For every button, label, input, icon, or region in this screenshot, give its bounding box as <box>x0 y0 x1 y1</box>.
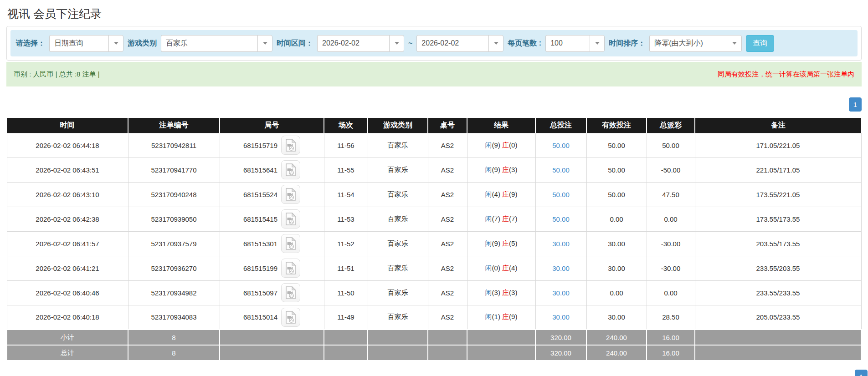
cell-session: 11-52 <box>324 231 368 256</box>
total-bet-link[interactable]: 30.00 <box>552 313 570 321</box>
cell-note: 221.05/171.05 <box>695 158 861 182</box>
bet-records-table: 时间 注单编号 局号 场次 游戏类别 桌号 结果 总投注 有效投注 总派彩 备注… <box>6 118 862 361</box>
filter-panel: 请选择： 日期查询 游戏类别 百家乐 时间区间： 2026-02-02 ~ 20… <box>6 26 862 61</box>
video-replay-button[interactable] <box>281 185 300 204</box>
date-from-dropdown-button[interactable] <box>389 35 404 52</box>
result-player-label: 闲 <box>485 215 492 223</box>
query-type-select[interactable]: 日期查询 <box>49 35 123 52</box>
game-type-select[interactable]: 百家乐 <box>161 35 272 52</box>
video-file-icon <box>285 311 296 324</box>
table-row: 2026-02-02 06:42:38 523170939050 6815154… <box>7 207 861 231</box>
cell-table-no: AS2 <box>428 256 467 280</box>
cell-bet-id: 523170940248 <box>128 182 220 207</box>
total-bet-link[interactable]: 30.00 <box>552 289 570 297</box>
page-size-select[interactable]: 100 <box>545 35 605 52</box>
result-banker-score: (9) <box>509 190 517 198</box>
chevron-down-icon <box>263 42 267 45</box>
header-game-type: 游戏类别 <box>368 118 428 133</box>
cell-bet-id: 523170934083 <box>128 305 220 330</box>
total-bet-link[interactable]: 30.00 <box>552 240 570 248</box>
cell-game-type: 百家乐 <box>368 305 428 330</box>
page-1-button-bottom[interactable]: 1 <box>855 370 868 376</box>
cell-session: 11-54 <box>324 182 368 207</box>
total-bet-link[interactable]: 50.00 <box>552 215 570 223</box>
cell-payout: 47.50 <box>647 182 695 207</box>
page-1-button[interactable]: 1 <box>849 97 862 112</box>
round-id-text: 681515524 <box>243 191 277 198</box>
cell-note: 233.55/203.55 <box>695 256 861 280</box>
summary-note-text: 同局有效投注，统一计算在该局第一张注单内 <box>718 70 854 79</box>
summary-bar: 币别 : 人民币 | 总共 :8 注单 | 同局有效投注，统一计算在该局第一张注… <box>6 62 862 86</box>
game-type-dropdown-button[interactable] <box>257 35 272 52</box>
date-from-value[interactable]: 2026-02-02 <box>317 35 389 52</box>
cell-payout: -30.00 <box>647 256 695 280</box>
query-type-dropdown-button[interactable] <box>108 35 123 52</box>
round-id-text: 681515415 <box>243 215 277 223</box>
result-player-label: 闲 <box>485 289 492 296</box>
sort-dropdown-button[interactable] <box>727 35 742 52</box>
date-to-dropdown-button[interactable] <box>488 35 503 52</box>
cell-payout: -30.00 <box>647 231 695 256</box>
result-banker-label: 庄 <box>502 239 509 247</box>
table-body: 2026-02-02 06:44:18 523170942811 6815157… <box>7 133 861 330</box>
video-replay-button[interactable] <box>281 259 300 278</box>
cell-round-id: 681515415 <box>220 207 324 231</box>
cell-bet-id: 523170939050 <box>128 207 220 231</box>
date-range-label: 时间区间： <box>277 39 313 48</box>
cell-note: 203.55/173.55 <box>695 231 861 256</box>
video-replay-button[interactable] <box>281 160 300 179</box>
cell-game-type: 百家乐 <box>368 182 428 207</box>
page-size-dropdown-button[interactable] <box>590 35 605 52</box>
cell-table-no: AS2 <box>428 280 467 305</box>
game-type-value[interactable]: 百家乐 <box>161 35 257 52</box>
table-row: 2026-02-02 06:40:46 523170934982 6815150… <box>7 280 861 305</box>
sort-select[interactable]: 降幂(由大到小) <box>649 35 742 52</box>
header-session: 场次 <box>324 118 368 133</box>
header-time: 时间 <box>7 118 128 133</box>
cell-game-type: 百家乐 <box>368 280 428 305</box>
cell-time: 2026-02-02 06:41:57 <box>7 231 128 256</box>
header-round-id: 局号 <box>220 118 324 133</box>
search-button[interactable]: 查询 <box>746 35 774 52</box>
total-bet-link[interactable]: 50.00 <box>552 166 570 174</box>
round-id-text: 681515014 <box>243 313 277 321</box>
cell-session: 11-50 <box>324 280 368 305</box>
result-player-score: (4) <box>492 190 500 198</box>
cell-bet-id: 523170934982 <box>128 280 220 305</box>
cell-payout: 0.00 <box>647 280 695 305</box>
date-to-select[interactable]: 2026-02-02 <box>416 35 503 52</box>
video-file-icon <box>285 262 296 274</box>
cell-bet-id: 523170941770 <box>128 158 220 182</box>
video-replay-button[interactable] <box>281 209 300 229</box>
result-banker-label: 庄 <box>502 166 509 173</box>
video-replay-button[interactable] <box>281 308 300 327</box>
page-size-value[interactable]: 100 <box>545 35 590 52</box>
cell-result: 闲(9) 庄(0) <box>467 133 535 158</box>
total-bet-link[interactable]: 30.00 <box>552 264 570 272</box>
cell-total-bet: 30.00 <box>535 280 586 305</box>
result-player-label: 闲 <box>485 190 492 198</box>
cell-table-no: AS2 <box>428 305 467 330</box>
result-player-label: 闲 <box>485 141 492 149</box>
query-type-value[interactable]: 日期查询 <box>49 35 108 52</box>
cell-payout: -50.00 <box>647 158 695 182</box>
result-banker-label: 庄 <box>502 289 509 296</box>
table-row: 2026-02-02 06:40:18 523170934083 6815150… <box>7 305 861 330</box>
header-note: 备注 <box>695 118 861 133</box>
result-player-score: (3) <box>492 289 500 296</box>
sort-value[interactable]: 降幂(由大到小) <box>649 35 727 52</box>
cell-game-type: 百家乐 <box>368 207 428 231</box>
total-bet-link[interactable]: 50.00 <box>552 142 570 149</box>
date-from-select[interactable]: 2026-02-02 <box>317 35 404 52</box>
cell-round-id: 681515524 <box>220 182 324 207</box>
result-player-score: (7) <box>492 215 500 223</box>
subtotal-label: 小计 <box>7 330 128 345</box>
cell-valid-bet: 0.00 <box>586 207 647 231</box>
cell-game-type: 百家乐 <box>368 256 428 280</box>
video-replay-button[interactable] <box>281 136 300 155</box>
video-replay-button[interactable] <box>281 234 300 253</box>
cell-time: 2026-02-02 06:42:38 <box>7 207 128 231</box>
total-bet-link[interactable]: 50.00 <box>552 191 570 198</box>
date-to-value[interactable]: 2026-02-02 <box>416 35 488 52</box>
video-replay-button[interactable] <box>281 283 300 302</box>
